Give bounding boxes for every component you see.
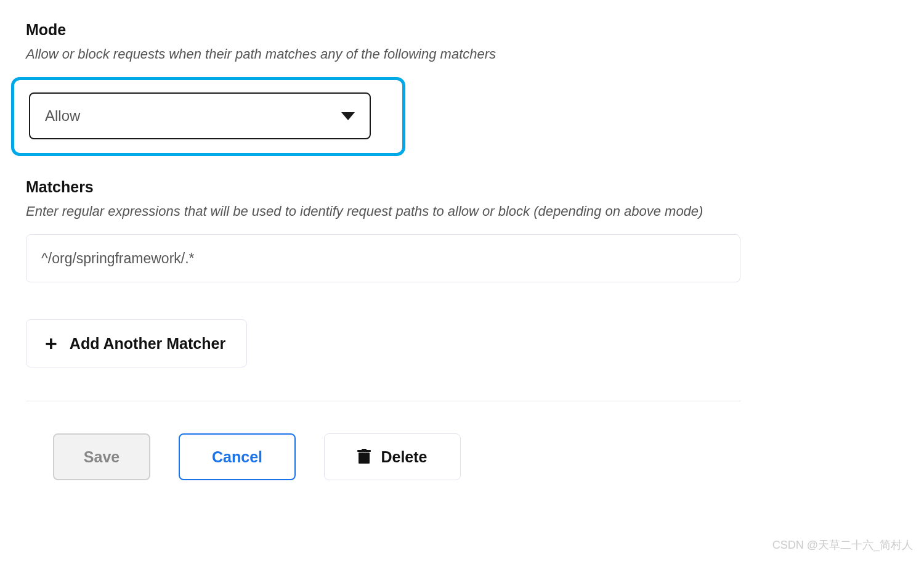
mode-label: Mode (26, 21, 898, 39)
mode-select-value: Allow (45, 107, 80, 125)
action-buttons: Save Cancel Delete (26, 433, 898, 480)
delete-button[interactable]: Delete (324, 433, 461, 480)
save-button[interactable]: Save (53, 433, 150, 480)
plus-icon: + (45, 333, 57, 354)
add-matcher-label: Add Another Matcher (70, 335, 225, 353)
mode-highlight: Allow (11, 77, 405, 156)
caret-down-icon (341, 112, 355, 120)
svg-rect-0 (359, 452, 370, 464)
svg-rect-2 (362, 449, 367, 451)
mode-help-text: Allow or block requests when their path … (26, 46, 898, 62)
delete-label: Delete (381, 448, 427, 466)
matchers-label: Matchers (26, 178, 898, 196)
cancel-button[interactable]: Cancel (179, 433, 296, 480)
matchers-help-text: Enter regular expressions that will be u… (26, 203, 898, 219)
matcher-input[interactable] (26, 234, 740, 282)
add-matcher-button[interactable]: + Add Another Matcher (26, 319, 247, 367)
section-divider (26, 401, 740, 401)
trash-icon (357, 449, 371, 465)
mode-select[interactable]: Allow (29, 92, 371, 139)
